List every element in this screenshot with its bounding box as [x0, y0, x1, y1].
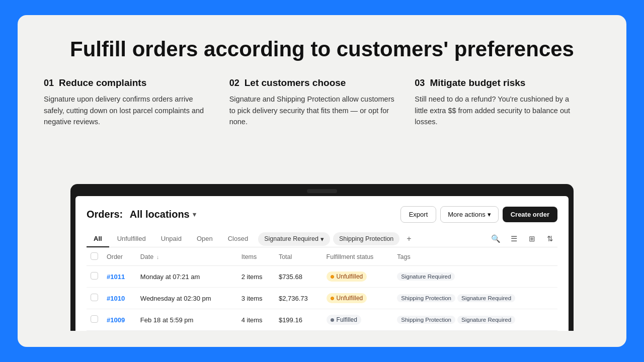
- slide-container: Fulfill orders according to customers' p…: [18, 15, 626, 347]
- header-actions: Export More actions ▾ Create order: [400, 206, 557, 223]
- order-items: 4 items: [237, 309, 275, 331]
- tab-closed[interactable]: Closed: [221, 231, 255, 247]
- tag-item: Signature Required: [457, 316, 515, 324]
- order-date: Feb 18 at 5:59 pm: [136, 309, 237, 331]
- orders-location[interactable]: All locations: [130, 209, 190, 220]
- order-fulfillment-status: Unfulfilled: [323, 288, 393, 309]
- table-row[interactable]: #1010Wednesday at 02:30 pm3 items$2,736.…: [87, 288, 557, 309]
- row-checkbox[interactable]: [87, 266, 103, 288]
- col-3-heading: 03 Mitigate budget risks: [415, 77, 582, 88]
- export-button[interactable]: Export: [400, 206, 437, 223]
- tabs-bar: All Unfulfilled Unpaid Open Closed Signa…: [87, 231, 557, 247]
- order-tags: Signature Required: [393, 266, 557, 288]
- order-number[interactable]: #1011: [103, 266, 136, 288]
- tag-item: Shipping Protection: [397, 294, 455, 302]
- col-header-order: Order: [103, 247, 136, 266]
- col-1-title: Reduce complaints: [59, 77, 146, 88]
- tab-open[interactable]: Open: [190, 231, 220, 247]
- row-checkbox[interactable]: [87, 288, 103, 309]
- col-3-num: 03: [415, 78, 425, 88]
- order-tags: Shipping ProtectionSignature Required: [393, 288, 557, 309]
- chevron-down-icon: ▾: [320, 235, 324, 243]
- order-total: $199.16: [275, 309, 323, 331]
- filter-icon[interactable]: ☰: [506, 231, 521, 246]
- table-row[interactable]: #1009Feb 18 at 5:59 pm4 items$199.16Fulf…: [87, 309, 557, 331]
- add-filter-button[interactable]: +: [401, 231, 416, 246]
- tab-unpaid[interactable]: Unpaid: [154, 231, 189, 247]
- col-3: 03 Mitigate budget risks Still need to d…: [415, 77, 600, 127]
- main-title: Fulfill orders according to customers' p…: [44, 37, 600, 61]
- order-items: 2 items: [237, 266, 275, 288]
- tab-right-actions: 🔍 ☰ ⊞ ⇅: [488, 231, 557, 246]
- more-actions-label: More actions: [448, 211, 485, 218]
- laptop-notch: [307, 189, 337, 193]
- order-fulfillment-status: Unfulfilled: [323, 266, 393, 288]
- filter-signature-required[interactable]: Signature Required ▾: [258, 232, 330, 246]
- three-columns: 01 Reduce complaints Signature upon deli…: [44, 77, 600, 127]
- order-date: Monday at 07:21 am: [136, 266, 237, 288]
- status-badge: Unfulfilled: [327, 293, 367, 303]
- order-number[interactable]: #1010: [103, 288, 136, 309]
- chevron-down-icon: ▾: [193, 211, 196, 218]
- filter-shipping-label: Shipping Protection: [339, 235, 393, 242]
- row-checkbox[interactable]: [87, 309, 103, 331]
- col-header-items: Items: [237, 247, 275, 266]
- order-fulfillment-status: Fulfilled: [323, 309, 393, 331]
- col-header-tags: Tags: [393, 247, 557, 266]
- order-date: Wednesday at 02:30 pm: [136, 288, 237, 309]
- col-2-heading: 02 Let customers choose: [229, 77, 397, 88]
- select-all-header[interactable]: [87, 247, 103, 266]
- laptop-screen: Orders: All locations ▾ Export More acti…: [75, 196, 569, 331]
- laptop-mockup: Orders: All locations ▾ Export More acti…: [70, 184, 574, 331]
- columns-icon[interactable]: ⊞: [524, 231, 539, 246]
- tab-all[interactable]: All: [87, 231, 109, 247]
- orders-header: Orders: All locations ▾ Export More acti…: [87, 206, 557, 223]
- sort-icon[interactable]: ⇅: [542, 231, 557, 246]
- col-1: 01 Reduce complaints Signature upon deli…: [44, 77, 229, 127]
- col-2-body: Signature and Shipping Protection allow …: [229, 94, 397, 127]
- col-header-date[interactable]: Date ↓: [136, 247, 237, 266]
- col-header-fulfillment: Fulfillment status: [323, 247, 393, 266]
- col-1-num: 01: [44, 78, 54, 88]
- create-order-button[interactable]: Create order: [503, 207, 557, 222]
- tab-unfulfilled[interactable]: Unfulfilled: [110, 231, 153, 247]
- filter-signature-label: Signature Required: [264, 235, 318, 242]
- tag-item: Shipping Protection: [397, 316, 455, 324]
- col-1-body: Signature upon delivery confirms orders …: [44, 94, 211, 127]
- order-total: $735.68: [275, 266, 323, 288]
- search-icon[interactable]: 🔍: [488, 231, 503, 246]
- order-total: $2,736.73: [275, 288, 323, 309]
- status-dot-icon: [331, 318, 334, 322]
- col-1-heading: 01 Reduce complaints: [44, 77, 211, 88]
- col-2: 02 Let customers choose Signature and Sh…: [229, 77, 415, 127]
- tag-item: Signature Required: [457, 294, 515, 302]
- more-actions-button[interactable]: More actions ▾: [440, 206, 498, 223]
- chevron-down-icon: ▾: [488, 211, 491, 218]
- table-row[interactable]: #1011Monday at 07:21 am2 items$735.68Unf…: [87, 266, 557, 288]
- status-badge: Fulfilled: [327, 315, 361, 325]
- col-2-title: Let customers choose: [245, 77, 346, 88]
- order-tags: Shipping ProtectionSignature Required: [393, 309, 557, 331]
- orders-table: Order Date ↓ Items Total Fulfillment sta…: [87, 247, 557, 331]
- col-header-total: Total: [275, 247, 323, 266]
- col-3-title: Mitigate budget risks: [430, 77, 525, 88]
- col-3-body: Still need to do a refund? You're cushio…: [415, 94, 582, 127]
- sort-indicator: ↓: [156, 254, 159, 260]
- status-dot-icon: [331, 297, 334, 300]
- status-badge: Unfulfilled: [327, 272, 367, 282]
- laptop-wrapper: Orders: All locations ▾ Export More acti…: [44, 142, 600, 331]
- order-items: 3 items: [237, 288, 275, 309]
- status-dot-icon: [331, 275, 334, 279]
- order-number[interactable]: #1009: [103, 309, 136, 331]
- col-2-num: 02: [229, 78, 239, 88]
- orders-title: Orders: All locations ▾: [87, 209, 196, 220]
- tag-item: Signature Required: [397, 273, 455, 281]
- orders-label: Orders:: [87, 209, 123, 220]
- filter-shipping-protection[interactable]: Shipping Protection: [333, 232, 399, 245]
